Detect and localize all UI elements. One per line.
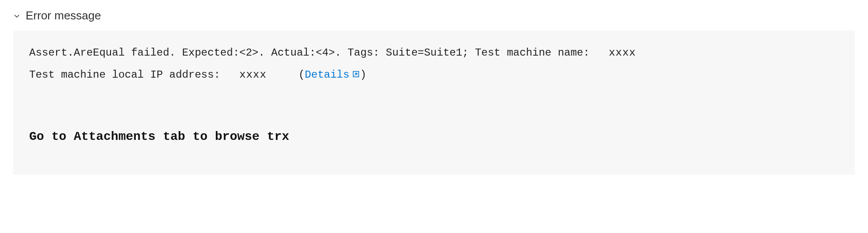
details-link-label: Details [305, 69, 349, 81]
machine-name-value: xxxx [609, 47, 636, 59]
error-line-2: Test machine local IP address: xxxx (Det… [29, 65, 839, 86]
section-title: Error message [26, 9, 101, 23]
chevron-down-icon [13, 12, 20, 19]
external-link-icon [352, 65, 360, 86]
error-message-header[interactable]: Error message [13, 9, 855, 23]
error-message-box: Assert.AreEqual failed. Expected:<2>. Ac… [13, 30, 855, 175]
paren-close: ) [360, 69, 366, 81]
ip-label: Test machine local IP address: [29, 69, 226, 81]
assert-text: Assert.AreEqual failed. Expected:<2>. Ac… [29, 47, 596, 59]
ip-value: xxxx [239, 69, 267, 81]
details-link[interactable]: Details [305, 69, 360, 81]
attachments-hint: Go to Attachments tab to browse trx [29, 125, 839, 148]
paren-open: ( [292, 69, 305, 81]
error-line-1: Assert.AreEqual failed. Expected:<2>. Ac… [29, 43, 839, 63]
